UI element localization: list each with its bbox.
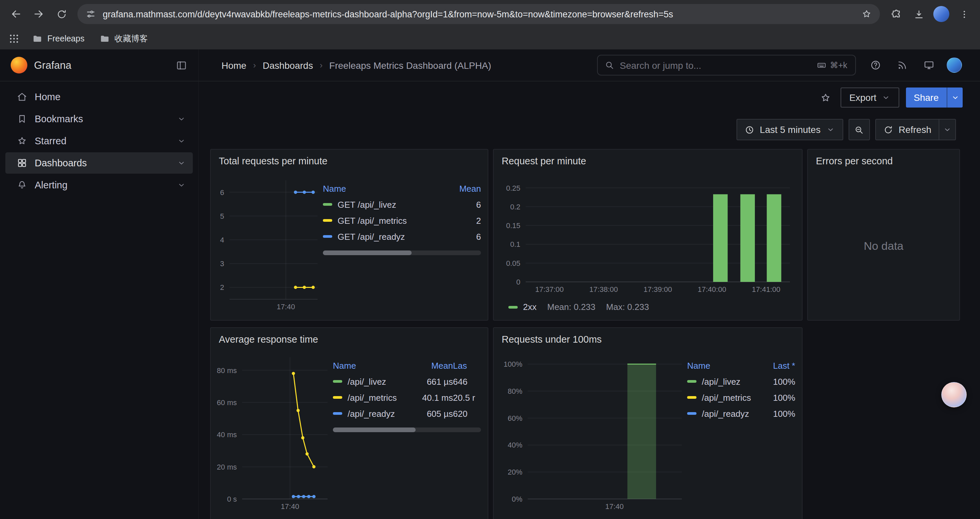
url-bar[interactable]: grafana.mathmast.com/d/deytv4rwavabkb/fr…	[77, 4, 880, 24]
user-avatar[interactable]	[947, 57, 962, 73]
svg-text:5: 5	[220, 212, 224, 220]
panel-header[interactable]: Errors per second	[808, 150, 959, 172]
scrollbar-thumb[interactable]	[333, 428, 416, 432]
legend-row[interactable]: /api/_livez100%	[687, 374, 795, 390]
time-range-picker[interactable]: Last 5 minutes	[737, 119, 843, 140]
home-icon	[17, 91, 27, 102]
legend-row[interactable]: /api/_metrics100%	[687, 390, 795, 406]
sidebar-item-home[interactable]: Home	[5, 86, 193, 107]
chevron-down-icon[interactable]	[177, 136, 186, 145]
zoom-out-button[interactable]	[849, 119, 870, 140]
sidebar-item-starred[interactable]: Starred	[5, 130, 193, 152]
breadcrumb-separator: ›	[253, 60, 256, 70]
legend-scrollbar[interactable]	[333, 428, 481, 432]
panel-average-response-time: Average response time 80 ms60 ms40 ms20 …	[210, 327, 488, 519]
bookmark-label: Freeleaps	[48, 34, 84, 43]
series-name[interactable]: /api/_readyz	[348, 409, 395, 418]
chevron-down-icon[interactable]	[177, 180, 186, 190]
breadcrumb-item[interactable]: Dashboards	[262, 60, 313, 70]
share-button[interactable]: Share	[905, 88, 947, 107]
legend-row[interactable]: /api/_livez661 µs646	[333, 374, 481, 390]
bookmark-item[interactable]: 收藏博客	[99, 33, 148, 45]
site-settings-icon[interactable]	[85, 9, 96, 19]
favorite-button[interactable]	[816, 89, 834, 106]
series-name[interactable]: /api/_metrics	[348, 393, 396, 402]
series-value: 605 µs	[412, 409, 453, 418]
legend-row[interactable]: GET /api/_metrics2	[323, 212, 481, 228]
panel-title: Request per minute	[502, 156, 586, 166]
panel-header[interactable]: Requests under 100ms	[494, 328, 802, 351]
floating-avatar[interactable]	[941, 382, 967, 407]
browser-window: grafana.mathmast.com/d/deytv4rwavabkb/fr…	[0, 0, 980, 519]
back-button[interactable]	[5, 3, 27, 25]
legend-series[interactable]: 2xx	[508, 302, 536, 312]
url-text[interactable]: grafana.mathmast.com/d/deytv4rwavabkb/fr…	[103, 9, 854, 19]
svg-text:60 ms: 60 ms	[217, 398, 237, 407]
grafana-logo[interactable]	[11, 57, 27, 73]
series-name[interactable]: GET /api/_metrics	[337, 216, 407, 225]
series-color-swatch	[508, 306, 518, 308]
share-menu-button[interactable]	[947, 88, 963, 107]
forward-button[interactable]	[28, 3, 49, 25]
scrollbar-thumb[interactable]	[323, 251, 411, 255]
chevron-down-icon[interactable]	[177, 158, 186, 168]
chevron-down-icon	[943, 125, 952, 134]
sidebar-toggle-icon[interactable]	[175, 59, 188, 71]
series-value: 40.1 ms	[412, 393, 453, 402]
reload-button[interactable]	[51, 3, 72, 25]
svg-text:17:37:00: 17:37:00	[535, 285, 564, 294]
series-value: 100%	[758, 409, 795, 418]
svg-text:40 ms: 40 ms	[217, 431, 237, 439]
legend-row[interactable]: /api/_readyz100%	[687, 406, 795, 422]
series-value: 620	[453, 409, 481, 418]
search-input[interactable]	[620, 60, 811, 70]
series-name[interactable]: GET /api/_readyz	[337, 232, 405, 241]
panel-header[interactable]: Request per minute	[494, 150, 802, 172]
legend-row[interactable]: GET /api/_livez6	[323, 196, 481, 212]
display-button[interactable]	[920, 56, 937, 74]
request-per-minute-chart: 0.250.20.150.10.05017:37:0017:38:0017:39…	[499, 180, 795, 295]
legend-scrollbar[interactable]	[323, 251, 481, 255]
breadcrumb-item[interactable]: Home	[221, 60, 247, 70]
svg-text:17:40: 17:40	[281, 502, 299, 511]
legend-row[interactable]: /api/_readyz605 µs620	[333, 406, 481, 422]
sidebar-item-label: Alerting	[35, 180, 169, 190]
search-box[interactable]: ⌘+k	[597, 55, 856, 75]
series-name[interactable]: /api/_metrics	[702, 393, 751, 402]
svg-text:17:40: 17:40	[277, 303, 295, 311]
keyboard-icon	[816, 60, 827, 70]
extensions-button[interactable]	[885, 3, 907, 25]
apps-grid-icon[interactable]	[8, 33, 20, 45]
series-color-swatch	[687, 396, 697, 399]
legend-row[interactable]: GET /api/_readyz6	[323, 228, 481, 244]
chevron-down-icon[interactable]	[177, 114, 186, 124]
bookmark-item[interactable]: Freeleaps	[32, 34, 84, 44]
panel-requests-under-100ms: Requests under 100ms 100%80%60%40%20%0%1…	[493, 327, 803, 519]
requests-under-100ms-legend: NameLast */api/_livez100%/api/_metrics10…	[687, 357, 795, 519]
svg-text:20%: 20%	[508, 468, 522, 476]
bookmark-label: 收藏博客	[115, 33, 148, 45]
profile-avatar	[933, 6, 949, 22]
news-button[interactable]	[893, 56, 911, 74]
series-color-swatch	[323, 219, 332, 222]
profile-button[interactable]	[931, 3, 952, 25]
bookmark-star-icon[interactable]	[861, 9, 872, 19]
panel-header[interactable]: Average response time	[211, 328, 488, 351]
refresh-button[interactable]: Refresh	[875, 119, 939, 140]
series-value: 6	[444, 200, 481, 209]
grafana-header: Grafana Home›Dashboards›Freeleaps Metric…	[0, 50, 980, 81]
downloads-button[interactable]	[908, 3, 929, 25]
legend-row[interactable]: /api/_metrics40.1 ms20.5 r	[333, 390, 481, 406]
browser-menu-button[interactable]	[953, 3, 975, 25]
sidebar-item-dashboards[interactable]: Dashboards	[5, 152, 193, 174]
series-name[interactable]: /api/_livez	[348, 376, 386, 386]
series-name[interactable]: /api/_livez	[702, 376, 740, 386]
series-name[interactable]: /api/_readyz	[702, 409, 749, 418]
sidebar-item-alerting[interactable]: Alerting	[5, 174, 193, 196]
export-button[interactable]: Export	[841, 88, 899, 107]
refresh-interval-button[interactable]	[939, 119, 956, 140]
sidebar-item-bookmarks[interactable]: Bookmarks	[5, 108, 193, 129]
panel-header[interactable]: Total requests per minute	[211, 150, 488, 172]
series-name[interactable]: GET /api/_livez	[337, 200, 396, 209]
help-button[interactable]	[867, 56, 884, 74]
